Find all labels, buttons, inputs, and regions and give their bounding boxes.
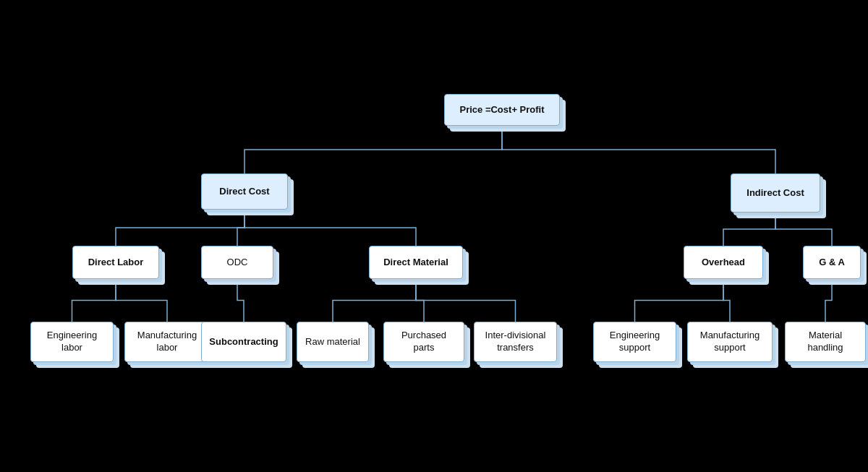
node-eng_support: Engineering support: [593, 322, 676, 362]
node-subcontracting: Subcontracting: [201, 322, 286, 362]
node-raw_material: Raw material: [297, 322, 369, 362]
node-direct_labor: Direct Labor: [72, 246, 159, 279]
node-mfg_support: Manufacturing support: [687, 322, 773, 362]
node-root: Price = Cost + Profit: [444, 94, 560, 126]
chart-container: Price = Cost + ProfitDirect CostIndirect…: [0, 0, 868, 472]
node-direct_material: Direct Material: [369, 246, 463, 279]
node-inter_divisional: Inter-divisional transfers: [474, 322, 557, 362]
node-mfg_labor: Manufacturing labor: [124, 322, 210, 362]
node-purchased_parts: Purchased parts: [383, 322, 464, 362]
connectors-svg: [0, 0, 868, 472]
node-indirect_cost: Indirect Cost: [731, 173, 820, 213]
node-eng_labor: Engineering labor: [30, 322, 114, 362]
node-odc: ODC: [201, 246, 273, 279]
node-mat_handling: Material handling: [785, 322, 866, 362]
node-direct_cost: Direct Cost: [201, 173, 288, 210]
node-overhead: Overhead: [684, 246, 763, 279]
node-ga: G & A: [803, 246, 861, 279]
